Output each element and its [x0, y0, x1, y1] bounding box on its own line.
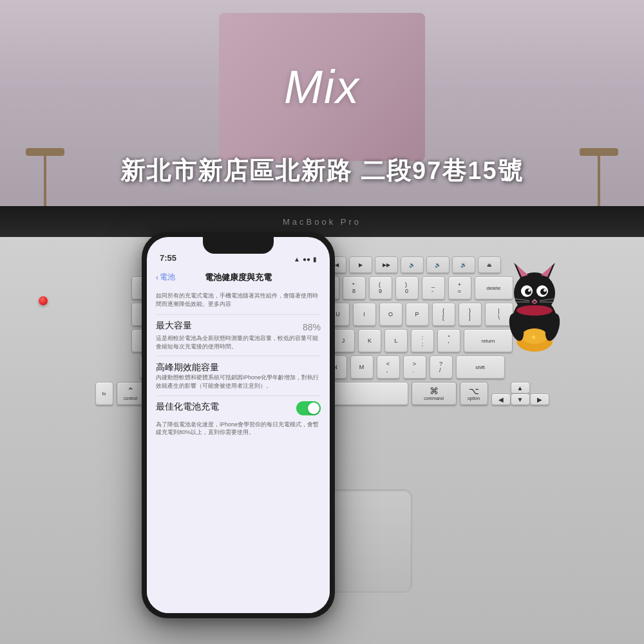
toggle-knob: [308, 402, 319, 414]
back-button[interactable]: ‹ 電池: [156, 272, 175, 283]
optimize-toggle-row: 最佳化電池充電: [156, 401, 321, 415]
key-i[interactable]: I: [353, 303, 376, 326]
store-address: 新北市新店區北新路 二段97巷15號: [0, 155, 644, 187]
key-p[interactable]: P: [406, 303, 429, 326]
key-shift-right[interactable]: shift: [456, 355, 505, 379]
cat-svg: ★: [496, 251, 573, 354]
svg-point-9: [540, 289, 547, 295]
divider-1: [156, 314, 321, 315]
key-equals[interactable]: +=: [448, 276, 471, 299]
signal-icon: ●●: [303, 256, 310, 263]
iphone-container: 7:55 ▲ ●● ▮ ‹ 電池 電池健康度與充電: [142, 232, 335, 618]
peak-capacity-title: 高峰期效能容量: [156, 362, 219, 372]
key-arrow-down[interactable]: ▼: [511, 393, 530, 405]
optimize-title: 最佳化電池充電: [156, 401, 219, 413]
battery-icon: ▮: [313, 256, 317, 263]
key-rbracket[interactable]: }]: [459, 303, 482, 326]
svg-point-10: [528, 289, 531, 292]
background-scene: Mix 新北市新店區北新路 二段97巷15號 MacBook Pro esc 🔅…: [0, 0, 644, 644]
svg-text:★: ★: [531, 334, 536, 341]
key-option-right[interactable]: ⌥option: [460, 382, 488, 405]
status-icons: ▲ ●● ▮: [294, 256, 317, 263]
arrow-cluster: ▲ ◀ ▼ ▶: [491, 382, 549, 405]
key-arrow-left[interactable]: ◀: [491, 393, 511, 405]
key-j[interactable]: J: [332, 329, 355, 352]
key-0[interactable]: )0: [395, 276, 419, 299]
key-l[interactable]: L: [384, 329, 408, 352]
max-capacity-title: 最大容量: [156, 320, 192, 332]
key-minus[interactable]: _-: [422, 276, 445, 299]
arrow-up-row: ▲: [491, 382, 549, 393]
svg-point-8: [525, 289, 531, 295]
iphone-screen: 7:55 ▲ ●● ▮ ‹ 電池 電池健康度與充電: [147, 237, 330, 613]
max-capacity-value: 88%: [303, 322, 321, 332]
key-o[interactable]: O: [379, 303, 402, 326]
key-fn[interactable]: fn: [95, 382, 113, 405]
key-f10[interactable]: 🔈: [401, 256, 424, 273]
key-command-right[interactable]: ⌘command: [412, 382, 457, 405]
iphone-notch: [203, 237, 274, 254]
key-slash[interactable]: ?/: [430, 355, 453, 379]
key-arrow-right[interactable]: ▶: [530, 393, 549, 405]
iphone-body: 7:55 ▲ ●● ▮ ‹ 電池 電池健康度與充電: [142, 232, 335, 618]
max-capacity-section: 最大容量 88% 這是相較於電池為全新狀態時測量的電池容量，較低的容量可能會縮短…: [156, 320, 321, 350]
key-quote[interactable]: "': [437, 329, 460, 352]
status-time: 7:55: [160, 253, 176, 263]
optimize-toggle[interactable]: [296, 401, 321, 415]
svg-point-11: [544, 289, 546, 292]
arrow-lr-row: ◀ ▼ ▶: [491, 393, 549, 405]
key-ctrl[interactable]: ⌃control: [117, 382, 145, 405]
screen-title: 電池健康度與充電: [205, 272, 272, 283]
macbook-model-label: MacBook Pro: [283, 217, 361, 227]
divider-3: [156, 395, 321, 396]
key-f11[interactable]: 🔉: [426, 256, 450, 273]
back-chevron-icon: ‹: [156, 273, 158, 282]
svg-point-21: [516, 305, 553, 316]
red-dot-pointer: [39, 296, 48, 305]
key-m[interactable]: M: [350, 355, 374, 379]
wifi-icon: ▲: [294, 256, 300, 263]
store-name: Mix: [284, 61, 360, 113]
divider-2: [156, 355, 321, 356]
max-capacity-desc: 這是相較於電池為全新狀態時測量的電池容量，較低的容量可能會縮短每次充電後的使用時…: [156, 334, 321, 350]
key-lbracket[interactable]: {[: [432, 303, 455, 326]
optimize-section: 最佳化電池充電 為了降低電池老化速度，iPhone會學習你的每日充電模式，會暫緩…: [156, 401, 321, 437]
cat-figurine: ★: [496, 251, 573, 354]
key-f12[interactable]: 🔊: [452, 256, 475, 273]
key-9[interactable]: (9: [369, 276, 392, 299]
store-sign-box: Mix: [219, 13, 425, 161]
key-semicolon[interactable]: :;: [411, 329, 434, 352]
key-k[interactable]: K: [358, 329, 381, 352]
peak-capacity-desc: 內建動態軟體和硬體系統可抵銷因iPhone化學年齡增加，對執行效能產生的影響（可…: [156, 374, 321, 390]
key-8[interactable]: *8: [343, 276, 366, 299]
key-arrow-up[interactable]: ▲: [511, 382, 530, 393]
peak-capacity-section: 高峰期效能容量 內建動態軟體和硬體系統可抵銷因iPhone化學年齡增加，對執行效…: [156, 361, 321, 390]
battery-settings-screen[interactable]: ‹ 電池 電池健康度與充電 如同所有的充電式電池，手機電池隨著其性組件，會隨著使…: [147, 267, 330, 613]
key-period[interactable]: >.: [403, 355, 426, 379]
key-f8[interactable]: ▶: [349, 256, 372, 273]
optimize-desc: 為了降低電池老化速度，iPhone會學習你的每日充電模式，會暫緩充電到80%以上…: [156, 421, 321, 437]
key-comma[interactable]: <,: [377, 355, 400, 379]
battery-intro-text: 如同所有的充電式電池，手機電池隨著其性組件，會隨著使用時間而逐漸降低效能。更多內…: [156, 292, 321, 308]
key-f9[interactable]: ▶▶: [375, 256, 398, 273]
battery-nav-bar: ‹ 電池 電池健康度與充電: [156, 267, 321, 288]
back-label: 電池: [160, 272, 175, 283]
